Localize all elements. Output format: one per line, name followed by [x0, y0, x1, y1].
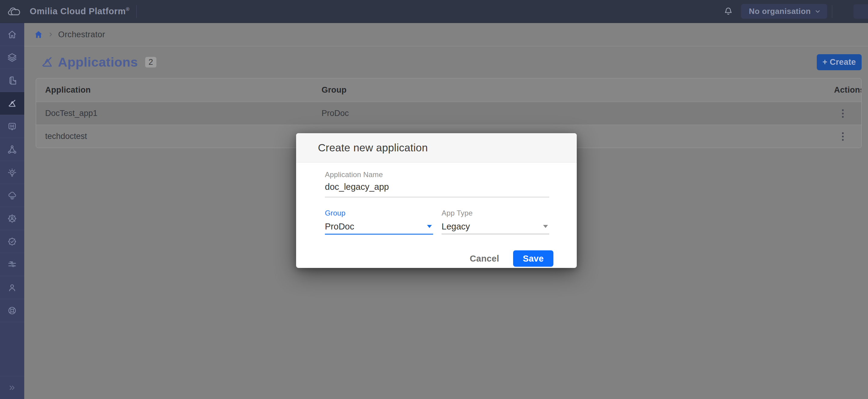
- page-header: Applications 2 + Create: [24, 46, 868, 78]
- count-badge: 2: [145, 57, 156, 67]
- sidebar-item-home[interactable]: [0, 23, 24, 46]
- dropdown-arrow-icon: [543, 225, 548, 228]
- column-header-application: Application: [45, 86, 321, 95]
- sidebar-item-quality[interactable]: [0, 230, 24, 253]
- brand-logo[interactable]: Omilia Cloud Platform®: [0, 6, 130, 17]
- app-type-value: Legacy: [441, 222, 470, 232]
- topbar-divider: [832, 5, 832, 18]
- column-header-actions: Actions: [834, 86, 852, 95]
- sidebar-item-pipelines[interactable]: [0, 253, 24, 276]
- save-button[interactable]: Save: [513, 251, 553, 267]
- input-underline: [441, 234, 549, 234]
- create-button[interactable]: + Create: [817, 54, 862, 70]
- column-header-group: Group: [321, 86, 834, 95]
- brand-title: Omilia Cloud Platform®: [30, 6, 130, 16]
- sidebar: [0, 23, 24, 399]
- admin-settings-icon: [7, 213, 17, 224]
- dialog-title: Create new application: [318, 142, 428, 154]
- bell-icon[interactable]: [723, 6, 733, 16]
- blocks-icon: [7, 75, 17, 86]
- group-label: Group: [325, 209, 433, 218]
- topbar-edge-button[interactable]: [854, 4, 868, 19]
- application-name-label: Application Name: [325, 170, 549, 179]
- group-select[interactable]: Group ProDoc: [325, 209, 433, 235]
- application-name-field[interactable]: Application Name doc_legacy_app: [325, 170, 549, 197]
- sidebar-item-admin-settings[interactable]: [0, 207, 24, 230]
- sidebar-item-users[interactable]: [0, 276, 24, 299]
- applications-icon: [7, 98, 17, 109]
- breadcrumb: Orchestrator: [24, 23, 868, 46]
- double-chevron-right-icon: [8, 384, 16, 392]
- home-icon: [7, 29, 17, 40]
- insights-icon: [7, 167, 17, 178]
- organisation-selector[interactable]: No organisation: [741, 4, 827, 19]
- topbar-divider: [136, 5, 137, 18]
- dialog-header: Create new application: [296, 133, 577, 163]
- sidebar-item-network[interactable]: [0, 138, 24, 161]
- layers-icon: [7, 53, 17, 63]
- cell-group: ProDoc: [321, 109, 834, 118]
- page-title: Applications: [58, 55, 138, 70]
- organisation-selector-label: No organisation: [749, 7, 811, 16]
- dialog-body: Application Name doc_legacy_app Group Pr…: [296, 163, 577, 267]
- dropdown-arrow-icon: [427, 225, 432, 228]
- breadcrumb-current[interactable]: Orchestrator: [58, 30, 105, 39]
- sidebar-item-support[interactable]: [0, 299, 24, 322]
- sidebar-item-insights[interactable]: [0, 161, 24, 184]
- topbar: Omilia Cloud Platform® No organisation: [0, 0, 868, 23]
- network-icon: [7, 144, 17, 155]
- pipelines-icon: [7, 260, 17, 270]
- sidebar-item-applications[interactable]: [0, 92, 24, 115]
- quality-icon: [7, 236, 17, 247]
- chevron-right-icon: [48, 32, 53, 37]
- table-row[interactable]: DocTest_app1 ProDoc: [36, 102, 861, 125]
- cloud-icon: [7, 191, 17, 201]
- sidebar-spacer: [0, 322, 24, 376]
- app-type-select[interactable]: App Type Legacy: [441, 209, 549, 235]
- sidebar-item-cloud[interactable]: [0, 184, 24, 207]
- app-type-label: App Type: [441, 209, 549, 218]
- chevron-down-icon: [814, 8, 821, 15]
- create-application-dialog: Create new application Application Name …: [296, 133, 577, 268]
- sidebar-collapse-toggle[interactable]: [0, 376, 24, 399]
- application-name-value: doc_legacy_app: [325, 182, 549, 192]
- home-icon[interactable]: [34, 30, 43, 39]
- dialog-actions: Cancel Save: [325, 251, 553, 267]
- cloud-logo-icon: [7, 6, 23, 17]
- table-header-row: Application Group Actions: [36, 78, 861, 102]
- sidebar-item-layers[interactable]: [0, 46, 24, 69]
- cell-application: techdoctest: [45, 132, 321, 141]
- input-underline: [325, 234, 433, 235]
- support-icon: [7, 305, 17, 316]
- cancel-button[interactable]: Cancel: [466, 251, 503, 267]
- kebab-menu-icon[interactable]: [841, 108, 845, 119]
- sidebar-item-dialogs[interactable]: [0, 115, 24, 138]
- group-value: ProDoc: [325, 222, 354, 232]
- input-underline: [325, 197, 549, 197]
- dialogs-icon: [7, 122, 17, 132]
- kebab-menu-icon[interactable]: [841, 131, 845, 142]
- applications-icon: [40, 55, 54, 69]
- cell-application: DocTest_app1: [45, 109, 321, 118]
- sidebar-item-blocks[interactable]: [0, 69, 24, 92]
- users-icon: [7, 282, 17, 293]
